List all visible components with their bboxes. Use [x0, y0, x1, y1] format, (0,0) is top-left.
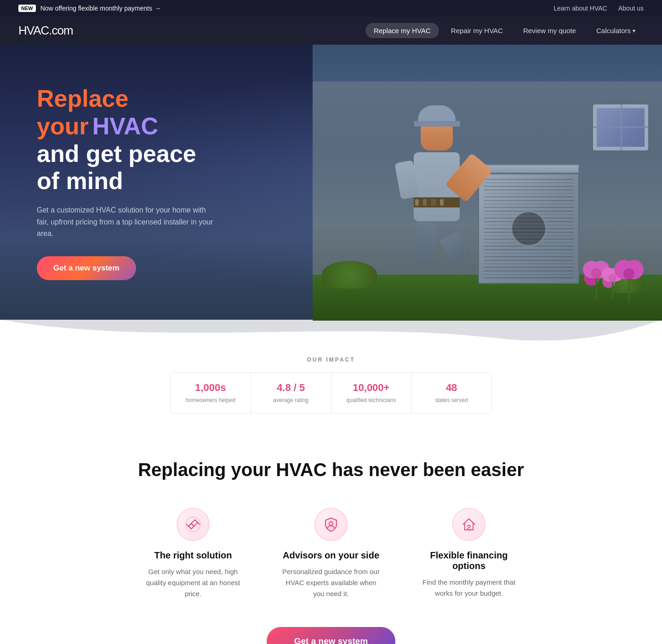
feature-desc-2: Find the monthly payment that works for … — [418, 577, 519, 599]
impact-desc-0: homeowners helped — [186, 397, 235, 403]
site-logo[interactable]: HVAC.com — [18, 23, 73, 38]
top-banner: NEW Now offering flexible monthly paymen… — [0, 0, 662, 17]
hero-cta-button[interactable]: Get a new system — [37, 256, 136, 280]
hvac-body — [478, 173, 579, 284]
easy-section-cta-button[interactable]: Get a new system — [267, 627, 396, 644]
about-us-link[interactable]: About us — [618, 5, 644, 12]
hvac-unit-container — [478, 164, 579, 284]
hero-photo-overlay — [313, 45, 662, 321]
easy-section: Replacing your HVAC has never been easie… — [0, 432, 662, 644]
feature-desc-0: Get only what you need, high quality equ… — [143, 566, 244, 599]
hero-section: Replace yourHVAC and get peace of mind G… — [0, 45, 662, 321]
tech-left-arm — [394, 160, 419, 200]
handshake-svg — [185, 516, 201, 533]
impact-section: OUR IMPACT 1,000s homeowners helped 4.8 … — [0, 347, 662, 432]
tech-legs — [391, 222, 483, 264]
nav-review-quote[interactable]: Review my quote — [515, 23, 584, 38]
learn-about-link[interactable]: Learn about HVAC — [554, 5, 607, 12]
features-grid: The right solution Get only what you nee… — [18, 508, 644, 599]
feature-item-1: Advisors on your side Personalized guida… — [280, 508, 382, 599]
impact-desc-3: states served — [435, 397, 468, 403]
feature-item-2: Flexible financing options Find the mont… — [418, 508, 519, 599]
flowers — [591, 268, 634, 302]
hero-title-line1: Replace yourHVAC — [37, 85, 216, 140]
nav-links: Replace my HVAC Repair my HVAC Review my… — [365, 23, 644, 38]
chevron-down-icon: ▾ — [633, 28, 635, 34]
banner-right: Learn about HVAC About us — [554, 5, 644, 12]
impact-stat-3: 48 states served — [411, 373, 491, 413]
feature-title-1: Advisors on your side — [280, 550, 382, 561]
impact-desc-1: average rating — [273, 397, 308, 403]
impact-number-0: 1,000s — [182, 382, 240, 394]
nav-calculators[interactable]: Calculators ▾ — [588, 23, 644, 38]
hero-title-purple: HVAC — [92, 113, 158, 139]
flower-1 — [591, 268, 601, 302]
tech-leg-left — [413, 221, 437, 264]
bush-left — [322, 261, 377, 288]
tech-body — [414, 152, 460, 221]
svg-point-0 — [186, 517, 200, 532]
impact-number-2: 10,000+ — [342, 382, 400, 394]
feature-desc-1: Personalized guidance from our HVAC expe… — [280, 566, 382, 599]
tech-cap-brim — [414, 121, 460, 126]
impact-desc-2: qualified technicians — [346, 397, 396, 403]
nav-calculators-label: Calculators — [596, 27, 631, 34]
flower-stem-1 — [596, 278, 597, 299]
hero-title-white: and get peace of mind — [37, 140, 216, 196]
advisor-icon — [314, 508, 348, 541]
feature-item-0: The right solution Get only what you nee… — [143, 508, 244, 599]
wave-separator — [0, 320, 662, 347]
easy-title: Replacing your HVAC has never been easie… — [18, 460, 644, 480]
new-badge: NEW — [18, 5, 36, 12]
tech-belt — [414, 197, 460, 207]
impact-stat-2: 10,000+ qualified technicians — [331, 373, 412, 413]
flower-stem-2 — [612, 282, 613, 298]
cta-button-wrapper: Get a new system — [18, 627, 644, 644]
window-divider-v — [621, 104, 622, 150]
impact-stat-1: 4.8 / 5 average rating — [251, 373, 331, 413]
hero-content: Replace yourHVAC and get peace of mind G… — [0, 48, 253, 317]
impact-label: OUR IMPACT — [18, 356, 644, 363]
hero-title: Replace yourHVAC and get peace of mind — [37, 85, 216, 195]
tech-head — [421, 114, 453, 150]
banner-left: NEW Now offering flexible monthly paymen… — [18, 5, 161, 12]
impact-number-3: 48 — [422, 382, 480, 394]
financing-icon — [452, 508, 485, 541]
flower-head-1 — [591, 268, 601, 278]
tech-leg-right — [440, 231, 471, 265]
financing-svg — [461, 516, 477, 533]
flower-2 — [608, 268, 616, 302]
impact-stats: 1,000s homeowners helped 4.8 / 5 average… — [170, 372, 492, 414]
banner-arrow: → — [154, 5, 161, 12]
advisor-svg — [323, 516, 339, 533]
nav-replace-hvac[interactable]: Replace my HVAC — [365, 23, 439, 38]
tech-cap — [418, 105, 456, 123]
hero-subtitle: Get a customized HVAC solution for your … — [37, 204, 216, 240]
banner-link[interactable]: Now offering flexible monthly payments → — [40, 5, 161, 12]
logo-domain: .com — [49, 23, 73, 37]
hvac-top — [478, 164, 579, 173]
nav-repair-hvac[interactable]: Repair my HVAC — [443, 23, 511, 38]
wave-svg — [0, 320, 662, 347]
impact-number-1: 4.8 / 5 — [262, 382, 320, 394]
banner-message: Now offering flexible monthly payments — [40, 5, 152, 12]
logo-hvac: HVAC — [18, 23, 49, 37]
handshake-icon — [177, 508, 210, 541]
flower-stem-3 — [628, 279, 630, 302]
hvac-fan — [510, 210, 547, 247]
navigation: HVAC.com Replace my HVAC Repair my HVAC … — [0, 17, 662, 45]
feature-title-0: The right solution — [143, 550, 244, 561]
flower-3 — [623, 268, 634, 302]
flower-head-2 — [608, 274, 616, 282]
impact-stat-0: 1,000s homeowners helped — [171, 373, 251, 413]
technician-figure — [391, 114, 483, 288]
flower-head-3 — [623, 268, 634, 279]
feature-title-2: Flexible financing options — [418, 550, 519, 571]
